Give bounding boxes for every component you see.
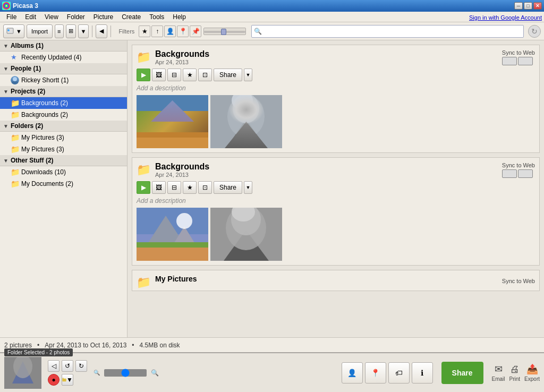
filter-slider[interactable]	[203, 28, 246, 35]
play-slideshow-btn-1[interactable]: ▶	[137, 69, 150, 81]
albums-header[interactable]: ▼ Albums (1)	[0, 40, 127, 52]
star-btn-2[interactable]: ★	[183, 181, 197, 194]
star-btn-1[interactable]: ★	[183, 69, 197, 81]
filter-star[interactable]: ★	[139, 25, 150, 37]
app-icon	[2, 2, 11, 10]
sidebar: ▼ Albums (1) ★ Recently Updated (4) ▼ Pe…	[0, 40, 128, 337]
photo-thumb-volcano-1[interactable]	[210, 95, 282, 148]
people-arrow: ▼	[3, 66, 8, 72]
menu-file[interactable]: File	[2, 12, 21, 22]
sync-on-btn-2[interactable]	[518, 169, 533, 178]
share-dropdown-1[interactable]: ▼	[244, 69, 252, 81]
refresh-button[interactable]: ↻	[528, 25, 541, 38]
projects-label: Projects (2)	[11, 88, 45, 95]
photo-thumb-mountain-1[interactable]	[137, 95, 208, 148]
view-list-btn[interactable]: ≡	[55, 24, 63, 38]
sidebar-item-my-pictures-1[interactable]: 📁 My Pictures (3)	[0, 132, 127, 143]
export-tool-btn[interactable]: 📤 Export	[524, 363, 540, 382]
email-tool-btn[interactable]: ✉ Email	[492, 363, 505, 382]
photo-thumb-mountain-2[interactable]	[137, 208, 208, 261]
close-button[interactable]: ✕	[533, 2, 542, 10]
svg-rect-12	[137, 95, 208, 116]
sidebar-item-downloads[interactable]: 📁 Downloads (10)	[0, 166, 127, 178]
share-big-button[interactable]: Share	[441, 362, 483, 384]
info-btn[interactable]: ℹ	[412, 362, 433, 384]
email-label: Email	[492, 376, 505, 382]
import-icon	[6, 27, 14, 36]
filter-pin[interactable]: 📌	[190, 25, 201, 37]
view-grid-btn[interactable]: ⊞	[66, 24, 76, 38]
signin-link[interactable]: Sign in with Google Account	[469, 14, 542, 21]
filter-upload[interactable]: ↑	[151, 25, 163, 37]
downloads-label: Downloads (10)	[21, 168, 66, 176]
refresh-icon: ↻	[531, 27, 538, 36]
menu-folder[interactable]: Folder	[63, 12, 89, 22]
dropdown-arrow-icon: ▼	[81, 28, 87, 35]
tag-btn[interactable]: ●	[48, 374, 60, 386]
my-pictures-2-label: My Pictures (3)	[21, 146, 64, 153]
folders-arrow: ▼	[3, 123, 8, 129]
menu-tools[interactable]: Tools	[145, 12, 168, 22]
sidebar-item-recently-updated[interactable]: ★ Recently Updated (4)	[0, 52, 127, 63]
filter-person[interactable]: 👤	[164, 25, 176, 37]
back-button[interactable]: ◀	[96, 24, 107, 38]
minimize-button[interactable]: ─	[514, 2, 523, 10]
album-view-btn-1[interactable]: ⊟	[167, 69, 181, 81]
photo-thumb-volcano-2[interactable]	[210, 208, 282, 261]
sync-label-3: Sync to Web	[502, 278, 535, 284]
import-button[interactable]: Import	[27, 24, 53, 38]
sidebar-item-my-pictures-2[interactable]: 📁 My Pictures (3)	[0, 143, 127, 155]
share-button-2[interactable]: Share	[214, 181, 242, 194]
rotate-btn-2[interactable]: ⊡	[198, 181, 212, 194]
menu-edit[interactable]: Edit	[21, 12, 40, 22]
sync-off-btn-1[interactable]	[502, 57, 517, 65]
menu-create[interactable]: Create	[117, 12, 145, 22]
other-header[interactable]: ▼ Other Stuff (2)	[0, 155, 127, 166]
create-collage-btn-2[interactable]: 🖼	[152, 181, 166, 194]
people-header[interactable]: ▼ People (1)	[0, 63, 127, 74]
zoom-slider[interactable]	[104, 369, 147, 377]
print-tool-btn[interactable]: 🖨 Print	[509, 364, 521, 382]
rotate-left-btn[interactable]: ↺	[62, 360, 73, 372]
sidebar-item-backgrounds-active[interactable]: 📁 Backgrounds (2)	[0, 97, 127, 109]
export-icon: 📤	[526, 363, 538, 375]
import-arrow: ▼	[16, 28, 22, 35]
add-folder-btn[interactable]: ▼	[62, 374, 73, 386]
rotate-right-btn[interactable]: ↻	[75, 360, 87, 372]
back-icon: ◀	[99, 28, 104, 35]
import-dropdown-btn[interactable]: ▼	[3, 24, 24, 38]
share-dropdown-2[interactable]: ▼	[244, 181, 252, 194]
projects-header[interactable]: ▼ Projects (2)	[0, 86, 127, 97]
folder-preview[interactable]	[4, 357, 41, 389]
album-view-btn-2[interactable]: ⊟	[167, 181, 181, 194]
search-input[interactable]	[264, 28, 521, 35]
person-detect-btn[interactable]: 👤	[342, 362, 363, 384]
create-collage-btn-1[interactable]: 🖼	[152, 69, 166, 81]
sidebar-item-person[interactable]: Rickey Shortt (1)	[0, 74, 127, 86]
menu-view[interactable]: View	[40, 12, 63, 22]
view-dropdown-btn[interactable]: ▼	[78, 24, 89, 38]
folders-header[interactable]: ▼ Folders (2)	[0, 121, 127, 132]
albums-label: Albums (1)	[11, 42, 44, 49]
filter-geo[interactable]: 📍	[177, 25, 189, 37]
menu-picture[interactable]: Picture	[89, 12, 117, 22]
search-box[interactable]: 🔍	[251, 25, 524, 38]
album-date-2: Apr 24, 2013	[155, 172, 209, 178]
rotate-btn-1[interactable]: ⊡	[198, 69, 212, 81]
status-date-range: Apr 24, 2013 to Oct 16, 2013	[45, 342, 126, 349]
sidebar-item-backgrounds-2[interactable]: 📁 Backgrounds (2)	[0, 109, 127, 121]
play-slideshow-btn-2[interactable]: ▶	[137, 181, 150, 194]
menu-help[interactable]: Help	[168, 12, 190, 22]
album-title-area-2: 📁 Backgrounds Apr 24, 2013	[137, 162, 209, 178]
folder-icon-4: 📁	[11, 145, 19, 154]
maximize-button[interactable]: □	[524, 2, 532, 10]
sidebar-item-my-documents[interactable]: 📁 My Documents (2)	[0, 178, 127, 190]
sync-on-btn-1[interactable]	[518, 57, 533, 65]
sync-off-btn-2[interactable]	[502, 169, 517, 178]
back-action-btn[interactable]: ◁	[48, 360, 60, 372]
filters-label: Filters	[118, 28, 134, 35]
status-count: 2 pictures	[4, 342, 32, 349]
geo-tag-btn[interactable]: 📍	[365, 362, 386, 384]
tag-people-btn[interactable]: 🏷	[388, 362, 410, 384]
share-button-1[interactable]: Share	[214, 69, 242, 81]
